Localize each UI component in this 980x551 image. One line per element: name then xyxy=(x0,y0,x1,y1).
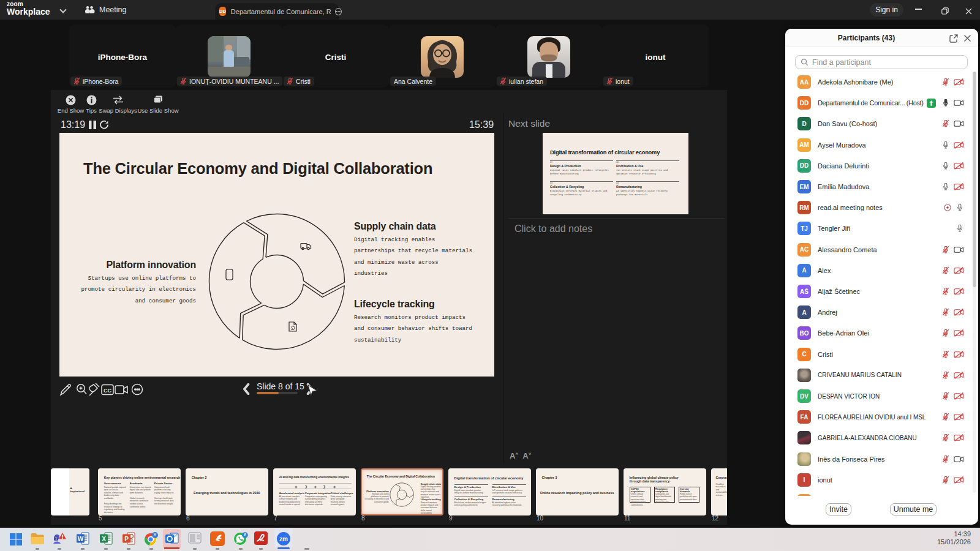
svg-text:X: X xyxy=(102,536,106,542)
svg-text:T: T xyxy=(55,537,58,541)
svg-text:W: W xyxy=(78,536,84,542)
svg-text:Y: Y xyxy=(154,533,157,537)
svg-text:P: P xyxy=(124,536,129,542)
svg-text:CC: CC xyxy=(104,388,111,394)
svg-text:zm: zm xyxy=(279,536,288,542)
svg-text:6: 6 xyxy=(244,533,246,537)
